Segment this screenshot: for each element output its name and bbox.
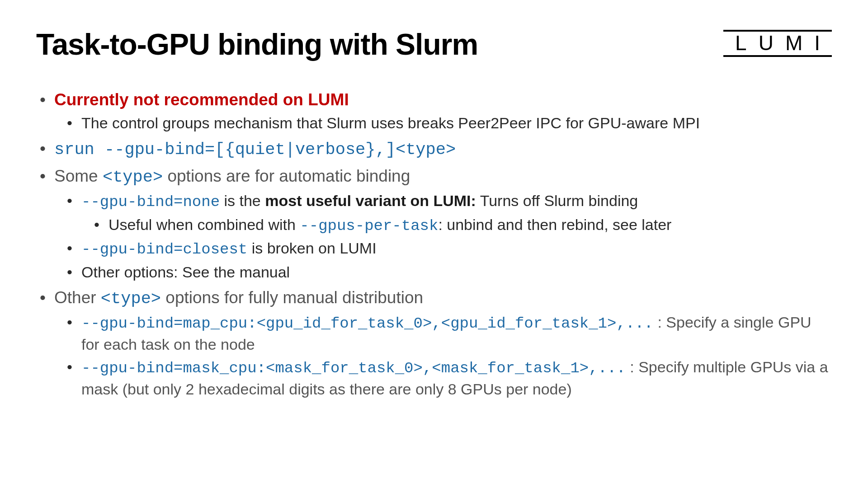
none-suffix: Turns off Slurm binding	[476, 192, 638, 209]
warning-text: Currently not recommended on LUMI	[54, 90, 349, 109]
bullet-warning: Currently not recommended on LUMI The co…	[36, 89, 832, 134]
bullet-none-useful: Useful when combined with --gpus-per-tas…	[90, 215, 832, 237]
warning-detail: The control groups mechanism that Slurm …	[63, 113, 832, 134]
bullet-manual-dist: Other <type> options for fully manual di…	[36, 286, 832, 400]
none-bold: most useful variant on LUMI:	[265, 192, 476, 209]
manual-sublist: --gpu-bind=map_cpu:<gpu_id_for_task_0>,<…	[63, 312, 832, 400]
bullet-list-level1: Currently not recommended on LUMI The co…	[36, 89, 832, 400]
bullet-none: --gpu-bind=none is the most useful varia…	[63, 191, 832, 237]
bullet-srun: srun --gpu-bind=[{quiet|verbose},]<type>	[36, 137, 832, 161]
none-mid: is the	[220, 192, 265, 209]
closest-cmd: --gpu-bind=closest	[81, 241, 247, 258]
type-token-2: <type>	[101, 289, 161, 308]
srun-command: srun --gpu-bind=[{quiet|verbose},]<type>	[54, 140, 456, 159]
mask-cmd: --gpu-bind=mask_cpu:<mask_for_task_0>,<m…	[81, 360, 626, 377]
slide-header: Task-to-GPU binding with Slurm LUMI	[36, 27, 832, 61]
slide-title: Task-to-GPU binding with Slurm	[36, 27, 478, 61]
auto-prefix: Some	[54, 167, 103, 185]
bullet-closest: --gpu-bind=closest is broken on LUMI	[63, 238, 832, 260]
manual-suffix: options for fully manual distribution	[161, 288, 423, 307]
bullet-mask-cpu: --gpu-bind=mask_cpu:<mask_for_task_0>,<m…	[63, 357, 832, 400]
auto-sublist: --gpu-bind=none is the most useful varia…	[63, 191, 832, 283]
map-cmd: --gpu-bind=map_cpu:<gpu_id_for_task_0>,<…	[81, 315, 653, 332]
closest-suffix: is broken on LUMI	[247, 239, 376, 257]
auto-suffix: options are for automatic binding	[163, 167, 410, 185]
warning-sublist: The control groups mechanism that Slurm …	[63, 113, 832, 134]
bullet-auto-binding: Some <type> options are for automatic bi…	[36, 165, 832, 283]
lumi-logo: LUMI	[723, 30, 832, 57]
slide-container: Task-to-GPU binding with Slurm LUMI Curr…	[0, 0, 868, 488]
manual-prefix: Other	[54, 288, 101, 307]
type-token-1: <type>	[103, 168, 163, 187]
gpus-per-task-flag: --gpus-per-task	[300, 217, 438, 235]
none-cmd: --gpu-bind=none	[81, 193, 220, 211]
none-sub-suffix: : unbind and then rebind, see later	[438, 216, 671, 233]
bullet-map-cpu: --gpu-bind=map_cpu:<gpu_id_for_task_0>,<…	[63, 312, 832, 355]
bullet-other-options: Other options: See the manual	[63, 262, 832, 283]
none-sublist: Useful when combined with --gpus-per-tas…	[90, 215, 832, 237]
none-sub-prefix: Useful when combined with	[108, 216, 300, 233]
